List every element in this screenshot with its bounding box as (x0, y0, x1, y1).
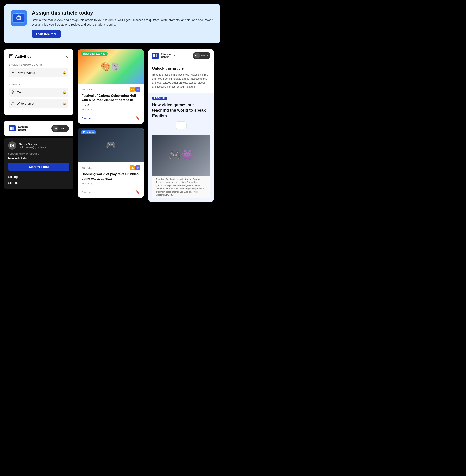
premium-badge-label: PREMIUM (152, 97, 167, 100)
educator-chevron-icon: ▾ (31, 127, 33, 130)
svg-rect-15 (10, 127, 12, 130)
user-avatar-badge[interactable]: DG LITE ▴ (51, 125, 69, 132)
main-grid: Activities ✕ ENGLISH LANGUAGE ARTS Power… (4, 49, 220, 202)
activities-title: Activities (15, 55, 31, 59)
article-detail-panel: Educator Center ▾ DG LITE ▾ Unlock this … (148, 49, 214, 202)
holi-card-date: 7/31/2020 (82, 108, 140, 112)
educator-header[interactable]: Educator Center ▾ DG LITE ▴ (9, 125, 69, 132)
svg-rect-16 (12, 127, 14, 130)
quiz-item[interactable]: Quiz 🔒 (9, 88, 69, 97)
gaming-bookmark-icon[interactable]: 🔖 (136, 190, 140, 195)
newsela-logo (9, 125, 16, 131)
gaming-article-label: ARTICLE (82, 167, 93, 169)
dropdown-user-name: Dario Gomez (19, 142, 46, 146)
activities-icon (9, 54, 13, 59)
detail-user-avatar-badge[interactable]: DG LITE ▾ (193, 52, 210, 59)
gaming-card-footer: Assign 🔖 (82, 188, 140, 195)
gaming-assign-button[interactable]: Assign (82, 191, 91, 194)
gaming-card-body: ARTICLE ES ⚡ Booming world of play revs … (78, 162, 143, 198)
read-until-badge: Read until 12/17/23 (81, 52, 108, 56)
premium-section: PREMIUM How video games are teaching the… (148, 93, 214, 202)
holi-assign-button[interactable]: Assign (82, 117, 91, 120)
unlock-box: Unlock this article Read and assign this… (148, 62, 214, 93)
educator-panel: Educator Center ▾ DG LITE ▴ (4, 121, 73, 136)
holi-card-image: 🎨🐘 Read until 12/17/23 (78, 49, 143, 84)
write-prompt-label: Write prompt (17, 102, 34, 105)
detail-educator-label: Educator Center (161, 53, 172, 59)
bolt-badge: ⚡ (135, 87, 140, 92)
banner-trial-button[interactable]: Start free trial (32, 30, 61, 38)
subscription-label: SUBSCRIPTION PRODUCTS (8, 153, 69, 155)
holi-article-label: ARTICLE (82, 88, 93, 91)
svg-point-12 (12, 91, 14, 92)
panel-header: Activities ✕ (9, 54, 69, 59)
dropdown-trial-button[interactable]: Start free trial (8, 163, 69, 171)
dropdown-avatar: DG (8, 141, 16, 149)
holi-card-footer: Assign 🔖 (82, 114, 140, 121)
quiz-lock-icon: 🔒 (62, 90, 67, 94)
es-badge: ES (130, 87, 135, 92)
gaming-card-title: Booming world of play revs E3 video game… (82, 172, 140, 181)
holi-bookmark-icon[interactable]: 🔖 (136, 116, 140, 121)
bolt-icon (11, 70, 15, 75)
article-big-title: How video games are teaching the world t… (152, 102, 210, 119)
holi-card-title: Festival of Colors: Celebrating Holi wit… (82, 93, 140, 107)
gaming-card-badges: ES ⚡ (130, 165, 140, 170)
write-prompt-item[interactable]: Write prompt 🔒 (9, 99, 69, 108)
activities-panel: Activities ✕ ENGLISH LANGUAGE ARTS Power… (4, 49, 73, 115)
detail-caption: Jonathon Reinhardt, president of the Com… (152, 176, 210, 198)
svg-rect-6 (20, 13, 21, 14)
close-activities-button[interactable]: ✕ (65, 55, 69, 59)
es-badge-2: ES (130, 165, 135, 170)
svg-rect-5 (16, 13, 18, 14)
gaming-card-date: 7/31/2020 (82, 182, 140, 185)
pencil-icon (11, 101, 15, 106)
gaming-card-meta: ARTICLE ES ⚡ (82, 165, 140, 170)
power-words-item[interactable]: Power Words 🔒 (9, 68, 69, 77)
detail-lite-label: LITE (201, 54, 206, 57)
svg-rect-17 (153, 54, 155, 57)
settings-link[interactable]: Settings (8, 174, 69, 180)
signout-link[interactable]: Sign out (8, 180, 69, 186)
panel-header-left: Activities (9, 54, 31, 59)
holi-card-meta: ARTICLE ES ⚡ (82, 87, 140, 92)
dropdown-user-email: dario.gomez@gmail.com (19, 146, 46, 149)
write-prompt-left: Write prompt (11, 101, 34, 106)
detail-educator-chevron-icon: ▾ (174, 54, 175, 57)
user-avatar: DG (53, 125, 58, 131)
banner-content: Assign this article today Start a free t… (32, 10, 214, 38)
quiz-label: Quiz (17, 91, 23, 94)
avatar-chevron-icon: ▴ (66, 127, 67, 130)
detail-user-avatar: DG (194, 53, 200, 58)
banner-icon: 01 (11, 10, 27, 26)
svg-rect-18 (155, 54, 157, 57)
power-words-left: Power Words (11, 70, 35, 75)
bulb-icon (11, 90, 15, 94)
detail-newsela-logo (152, 53, 159, 59)
bolt-badge-2: ⚡ (135, 165, 140, 170)
power-words-label: Power Words (17, 71, 35, 74)
assign-banner: 01 Assign this article today Start a fre… (4, 4, 220, 43)
dropdown-user-info: Dario Gomez dario.gomez@gmail.com (19, 142, 46, 149)
unlock-title: Unlock this article (152, 67, 210, 71)
ela-section-label: ENGLISH LANGUAGE ARTS (9, 64, 69, 66)
more-options-button[interactable]: ··· (175, 121, 186, 129)
svg-marker-11 (12, 71, 14, 74)
dropdown-product: Newsela Lite (8, 156, 69, 160)
svg-text:01: 01 (17, 16, 20, 20)
premium-badge: Premium (81, 130, 96, 135)
article-card-gaming: 🎮 Premium ARTICLE ES ⚡ Booming world of … (78, 127, 143, 198)
section-divider (9, 80, 69, 80)
power-words-lock-icon: 🔒 (62, 71, 67, 75)
articles-column: 🎨🐘 Read until 12/17/23 ARTICLE ES ⚡ Fest… (78, 49, 143, 202)
detail-header: Educator Center ▾ DG LITE ▾ (148, 49, 214, 62)
lite-label: LITE (59, 127, 64, 130)
unlock-text: Read and assign this article with Newsel… (152, 73, 210, 89)
write-prompt-lock-icon: 🔒 (62, 102, 67, 105)
educator-center-label: Educator Center (18, 125, 29, 131)
quiz-left: Quiz (11, 90, 23, 94)
holi-card-badges: ES ⚡ (130, 87, 140, 92)
banner-description: Start a free trial to view and assign th… (32, 18, 214, 27)
banner-title: Assign this article today (32, 10, 214, 16)
holi-card-body: ARTICLE ES ⚡ Festival of Colors: Celebra… (78, 84, 143, 124)
